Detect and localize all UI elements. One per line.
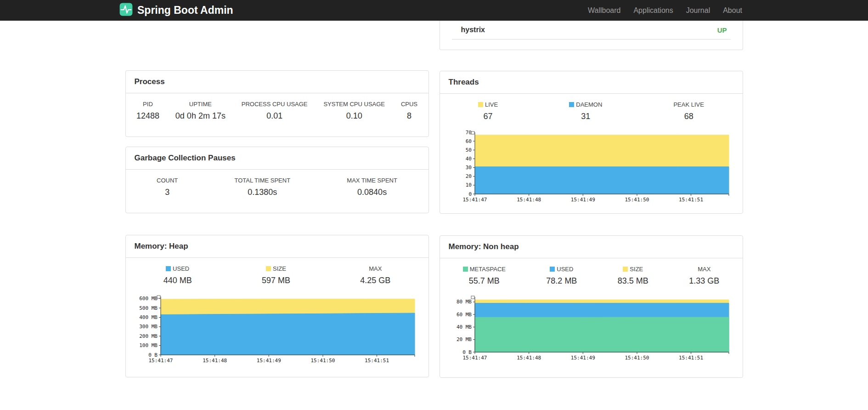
- svg-text:15:41:50: 15:41:50: [625, 197, 649, 203]
- svg-text:15:41:51: 15:41:51: [679, 197, 703, 203]
- stat-threads-peak-live: PEAK LIVE 68: [673, 101, 704, 121]
- nav-item-about[interactable]: About: [716, 6, 749, 15]
- memory-nonheap-chart: 0 B20 MB40 MB60 MB80 MB15:41:4715:41:481…: [452, 295, 731, 362]
- nav-item-journal[interactable]: Journal: [680, 6, 716, 15]
- svg-text:15:41:49: 15:41:49: [256, 358, 281, 364]
- app-logo-icon: [119, 3, 133, 18]
- gc-pauses-card: Garbage Collection Pauses COUNT 3 TOTAL …: [125, 147, 429, 213]
- svg-text:0: 0: [468, 191, 472, 197]
- threads-daemon-swatch-icon: [569, 102, 574, 107]
- gc-stats: COUNT 3 TOTAL TIME SPENT 0.1380s MAX TIM…: [126, 170, 428, 206]
- threads-chart: 01020304050607015:41:4715:41:4815:41:491…: [452, 131, 731, 204]
- svg-text:15:41:48: 15:41:48: [203, 358, 227, 364]
- heap-used-swatch-icon: [166, 266, 171, 271]
- health-card-padding: [452, 40, 731, 50]
- stat-metaspace: METASPACE 55.7 MB: [463, 266, 506, 286]
- svg-text:10: 10: [465, 182, 471, 188]
- svg-text:80 MB: 80 MB: [456, 299, 471, 305]
- threads-stats: LIVE 67 DAEMON 31 PEAK LIVE 68: [440, 94, 743, 131]
- gc-card-title: Garbage Collection Pauses: [126, 147, 428, 170]
- navbar: Spring Boot Admin Wallboard Applications…: [0, 0, 868, 21]
- svg-text:40 MB: 40 MB: [456, 324, 471, 330]
- svg-text:40: 40: [465, 156, 471, 162]
- health-details-card: hystrix UP: [440, 21, 743, 50]
- nonheap-used-swatch-icon: [550, 267, 555, 272]
- svg-text:15:41:49: 15:41:49: [570, 355, 595, 361]
- svg-text:50: 50: [465, 147, 471, 153]
- svg-text:30: 30: [465, 165, 471, 171]
- stat-nonheap-used: USED 78.2 MB: [546, 266, 577, 286]
- page-content: Process PID 12488 UPTIME 0d 0h 2m 17s PR…: [125, 21, 743, 378]
- nonheap-size-swatch-icon: [623, 267, 628, 272]
- stat-heap-size: SIZE 597 MB: [262, 265, 290, 285]
- brand-link[interactable]: Spring Boot Admin: [119, 3, 233, 18]
- svg-text:60 MB: 60 MB: [456, 312, 471, 318]
- heap-size-swatch-icon: [266, 266, 271, 271]
- stat-nonheap-size: SIZE 83.5 MB: [618, 266, 648, 286]
- stat-gc-total-time: TOTAL TIME SPENT 0.1380s: [235, 177, 291, 197]
- svg-text:15:41:48: 15:41:48: [517, 355, 541, 361]
- svg-text:0 B: 0 B: [148, 352, 158, 358]
- stat-process-cpu-usage: PROCESS CPU USAGE 0.01: [242, 101, 308, 121]
- memory-heap-stats: USED 440 MB SIZE 597 MB MAX 4.25 GB: [126, 258, 428, 295]
- nav-item-wallboard[interactable]: Wallboard: [581, 6, 627, 15]
- svg-text:600 MB: 600 MB: [139, 296, 158, 302]
- stat-cpus: CPUS 8: [401, 101, 417, 121]
- memory-nonheap-card: Memory: Non heap METASPACE 55.7 MB USED: [440, 235, 743, 378]
- threads-card-title: Threads: [440, 71, 743, 94]
- nav-links: Wallboard Applications Journal About: [581, 6, 749, 15]
- stat-heap-max: MAX 4.25 GB: [360, 265, 390, 285]
- svg-text:300 MB: 300 MB: [139, 324, 158, 330]
- left-column: Process PID 12488 UPTIME 0d 0h 2m 17s PR…: [125, 21, 429, 377]
- svg-text:15:41:50: 15:41:50: [310, 358, 335, 364]
- right-column: hystrix UP Threads LIVE 67: [440, 21, 743, 378]
- status-badge: UP: [717, 26, 727, 34]
- stat-gc-max-time: MAX TIME SPENT 0.0840s: [347, 177, 397, 197]
- stat-heap-used: USED 440 MB: [163, 265, 192, 285]
- svg-text:15:41:47: 15:41:47: [148, 358, 173, 364]
- svg-text:60: 60: [465, 138, 471, 144]
- stat-nonheap-max: MAX 1.33 GB: [689, 266, 719, 286]
- stat-pid: PID 12488: [136, 101, 159, 121]
- svg-text:15:41:47: 15:41:47: [462, 355, 487, 361]
- memory-heap-card-title: Memory: Heap: [126, 235, 428, 258]
- stat-threads-live: LIVE 67: [478, 101, 498, 121]
- svg-text:400 MB: 400 MB: [139, 314, 158, 320]
- memory-nonheap-stats: METASPACE 55.7 MB USED 78.2 MB: [440, 258, 743, 295]
- metaspace-swatch-icon: [463, 267, 468, 272]
- process-stats: PID 12488 UPTIME 0d 0h 2m 17s PROCESS CP…: [126, 93, 428, 130]
- svg-text:15:41:49: 15:41:49: [570, 197, 595, 203]
- threads-card: Threads LIVE 67 DAEMON 3: [440, 71, 743, 214]
- brand-title: Spring Boot Admin: [137, 4, 233, 17]
- navbar-container: Spring Boot Admin Wallboard Applications…: [119, 0, 749, 21]
- memory-nonheap-card-title: Memory: Non heap: [440, 236, 743, 258]
- stat-system-cpu-usage: SYSTEM CPU USAGE 0.10: [323, 101, 385, 121]
- svg-text:15:41:48: 15:41:48: [517, 197, 541, 203]
- svg-text:15:41:51: 15:41:51: [679, 355, 703, 361]
- svg-text:200 MB: 200 MB: [139, 333, 158, 339]
- svg-text:20 MB: 20 MB: [456, 336, 471, 342]
- svg-text:15:41:51: 15:41:51: [365, 358, 389, 364]
- stat-threads-daemon: DAEMON 31: [569, 101, 602, 121]
- svg-text:0 B: 0 B: [462, 349, 472, 355]
- stat-uptime: UPTIME 0d 0h 2m 17s: [175, 101, 225, 121]
- svg-text:100 MB: 100 MB: [139, 342, 158, 348]
- svg-text:20: 20: [465, 173, 471, 179]
- stat-gc-count: COUNT 3: [157, 177, 178, 197]
- health-service-name: hystrix: [461, 26, 485, 34]
- health-item-hystrix: hystrix UP: [452, 21, 731, 40]
- process-card: Process PID 12488 UPTIME 0d 0h 2m 17s PR…: [125, 70, 429, 137]
- svg-text:500 MB: 500 MB: [139, 305, 158, 311]
- svg-text:15:41:50: 15:41:50: [625, 355, 649, 361]
- process-card-title: Process: [126, 71, 428, 93]
- nav-item-applications[interactable]: Applications: [627, 6, 679, 15]
- memory-heap-chart: 0 B100 MB200 MB300 MB400 MB500 MB600 MB1…: [138, 295, 417, 365]
- svg-text:15:41:47: 15:41:47: [462, 197, 487, 203]
- memory-heap-card: Memory: Heap USED 440 MB SIZE: [125, 235, 429, 377]
- svg-text:70: 70: [465, 131, 471, 136]
- threads-live-swatch-icon: [478, 102, 483, 107]
